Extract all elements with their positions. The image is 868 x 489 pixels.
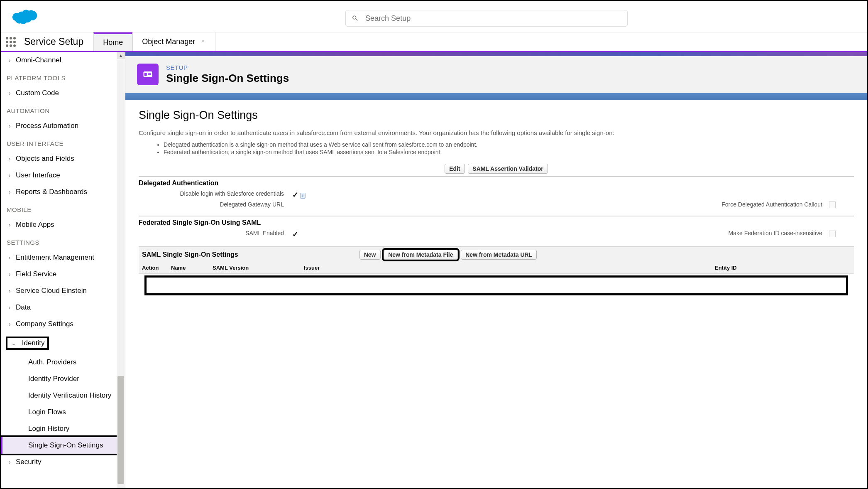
search-input[interactable] (365, 14, 621, 23)
tab-label: Home (103, 38, 123, 47)
disable-login-label: Disable login with Salesforce credential… (139, 190, 292, 199)
saml-sso-settings-section: SAML Single Sign-On Settings New New fro… (139, 246, 854, 297)
sidebar-group-platform-tools: PLATFORM TOOLS (1, 69, 125, 85)
svg-rect-3 (148, 74, 151, 75)
sidebar-item-label: Company Settings (16, 320, 73, 328)
sidebar-sub-identity-provider[interactable]: Identity Provider (1, 371, 125, 387)
sidebar-item-user-interface[interactable]: ›User Interface (1, 167, 125, 184)
breadcrumb: SETUP (166, 64, 289, 71)
chevron-down-icon (200, 37, 206, 46)
sidebar-sub-auth-providers[interactable]: Auth. Providers (1, 354, 125, 371)
chevron-right-icon: › (6, 172, 13, 179)
sidebar-item-mobile-apps[interactable]: ›Mobile Apps (1, 216, 125, 233)
saml-assertion-validator-button[interactable]: SAML Assertion Validator (468, 164, 548, 174)
sidebar-item-label: Field Service (16, 270, 56, 278)
page-title: Single Sign-On Settings (166, 72, 289, 85)
scroll-up-icon[interactable]: ▲ (117, 52, 125, 59)
sidebar-item-field-service[interactable]: ›Field Service (1, 266, 125, 283)
sidebar-group-automation: AUTOMATION (1, 101, 125, 118)
section-title: SAML Single Sign-On Settings (142, 251, 238, 258)
sidebar-item-label: User Interface (16, 171, 60, 179)
sidebar-group-settings: SETTINGS (1, 233, 125, 249)
sidebar-item-reports-dashboards[interactable]: ›Reports & Dashboards (1, 184, 125, 200)
sidebar-item-label: Objects and Fields (16, 155, 74, 163)
case-insensitive-label: Make Federation ID case-insensitive (396, 230, 829, 239)
banner-decoration-bottom (125, 93, 867, 100)
saml-enabled-label: SAML Enabled (139, 230, 292, 239)
chevron-right-icon: › (6, 254, 13, 261)
chevron-right-icon: › (6, 321, 13, 327)
sidebar-group-user-interface: USER INTERFACE (1, 134, 125, 150)
column-name: Name (168, 262, 209, 274)
chevron-down-icon: ⌄ (10, 340, 17, 346)
sidebar-sub-login-history[interactable]: Login History (1, 420, 125, 437)
page-header: SETUP Single Sign-On Settings (125, 56, 867, 93)
sidebar-item-company-settings[interactable]: ›Company Settings (1, 316, 125, 332)
edit-button[interactable]: Edit (445, 164, 465, 174)
column-issuer: Issuer (301, 262, 712, 274)
app-launcher-icon[interactable] (1, 32, 21, 51)
intro-bullets: Delegated authentication is a single sig… (164, 141, 854, 155)
sidebar-item-label: Custom Code (16, 89, 59, 97)
content-heading: Single Sign-On Settings (139, 109, 854, 122)
section-title: Delegated Authentication (139, 179, 854, 187)
tab-label: Object Manager (142, 37, 195, 46)
sidebar-item-data[interactable]: ›Data (1, 299, 125, 316)
sidebar-item-label: Process Automation (16, 122, 78, 130)
sidebar-item-label: Reports & Dashboards (16, 188, 87, 196)
sidebar-item-entitlement-management[interactable]: ›Entitlement Management (1, 249, 125, 266)
sidebar-sub-single-sign-on-settings[interactable]: Single Sign-On Settings (1, 437, 125, 454)
app-bar: Service Setup Home Object Manager (1, 32, 867, 52)
sidebar-item-label: Omni-Channel (16, 56, 61, 64)
sidebar-item-label: Identity (22, 339, 45, 347)
scrollbar-thumb[interactable] (117, 376, 124, 484)
force-callout-label: Force Delegated Authentication Callout (396, 201, 829, 208)
section-title: Federated Single Sign-On Using SAML (139, 219, 854, 226)
sidebar-item-omni-channel[interactable]: ›Omni-Channel (1, 52, 125, 69)
sidebar-item-custom-code[interactable]: ›Custom Code (1, 85, 125, 101)
scrollbar-track[interactable] (117, 60, 125, 488)
table-row-empty (139, 274, 854, 297)
new-from-metadata-file-button[interactable]: New from Metadata File (384, 250, 457, 260)
empty-highlight-box (144, 275, 848, 295)
sidebar-group-mobile: MOBILE (1, 200, 125, 216)
id-card-icon (137, 64, 159, 85)
setup-sidebar: ▲ ›Omni-Channel PLATFORM TOOLS ›Custom C… (1, 52, 125, 488)
chevron-right-icon: › (6, 304, 13, 311)
sidebar-item-label: Entitlement Management (16, 253, 94, 262)
banner-decoration-top (125, 52, 867, 56)
search-box[interactable] (345, 10, 628, 27)
sidebar-sub-identity-verification-history[interactable]: Identity Verification History (1, 387, 125, 404)
chevron-right-icon: › (6, 459, 13, 465)
new-button[interactable]: New (359, 250, 381, 260)
chevron-right-icon: › (6, 90, 13, 96)
sidebar-item-objects-fields[interactable]: ›Objects and Fields (1, 150, 125, 167)
svg-rect-2 (148, 73, 151, 74)
sidebar-item-process-automation[interactable]: ›Process Automation (1, 118, 125, 134)
sidebar-item-service-cloud-einstein[interactable]: ›Service Cloud Einstein (1, 283, 125, 299)
sidebar-item-label: Data (16, 303, 31, 312)
sidebar-item-security[interactable]: ›Security (1, 454, 125, 470)
main-content: SETUP Single Sign-On Settings Single Sig… (125, 52, 867, 488)
global-search (345, 10, 628, 27)
federated-sso-section: Federated Single Sign-On Using SAML SAML… (139, 216, 854, 239)
sidebar-item-label: Service Cloud Einstein (16, 287, 87, 295)
bullet-item: Delegated authentication is a single sig… (164, 141, 854, 148)
bullet-item: Federated authentication, a single sign-… (164, 149, 854, 155)
tab-home[interactable]: Home (93, 32, 132, 51)
delegated-gateway-url-label: Delegated Gateway URL (139, 201, 292, 208)
sidebar-sub-login-flows[interactable]: Login Flows (1, 404, 125, 420)
salesforce-logo (12, 7, 38, 26)
tab-object-manager[interactable]: Object Manager (132, 32, 215, 51)
checkbox-unchecked (829, 201, 836, 208)
checkbox-unchecked (829, 231, 836, 237)
chevron-right-icon: › (6, 271, 13, 278)
chevron-right-icon: › (6, 57, 13, 64)
info-icon[interactable]: i (300, 193, 306, 199)
sidebar-item-identity[interactable]: ⌄ Identity (1, 332, 125, 354)
app-name: Service Setup (21, 32, 93, 51)
chevron-right-icon: › (6, 221, 13, 228)
sidebar-item-label: Security (16, 458, 41, 466)
new-from-metadata-url-button[interactable]: New from Metadata URL (461, 250, 537, 260)
delegated-gateway-url-value (292, 201, 396, 208)
